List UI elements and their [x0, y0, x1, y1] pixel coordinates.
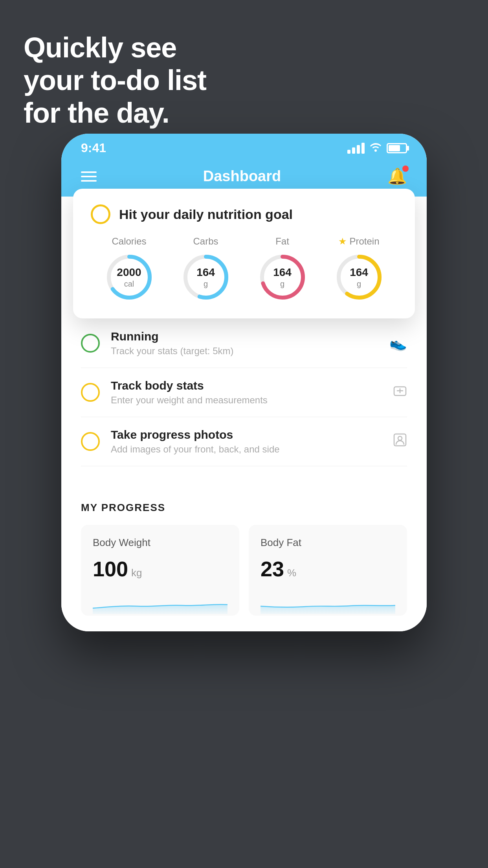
calories-label: Calories [112, 236, 146, 247]
app-title: Dashboard [203, 168, 281, 185]
carbs-value: 164 [196, 266, 215, 279]
fat-ring: 164 g [257, 252, 308, 303]
battery-icon [387, 143, 407, 153]
nutrition-fat: Fat 164 g [257, 236, 308, 303]
todo-list: Running Track your stats (target: 5km) 👟… [61, 319, 427, 466]
status-bar: 9:41 [61, 134, 427, 159]
todo-item-body-stats[interactable]: Track body stats Enter your weight and m… [81, 368, 407, 417]
protein-label: ★ Protein [338, 236, 379, 247]
wifi-icon [369, 142, 382, 154]
progress-section-label: MY PROGRESS [81, 502, 407, 514]
notification-dot [402, 166, 409, 172]
status-icons [347, 142, 407, 154]
todo-subtitle-running: Track your stats (target: 5km) [111, 346, 378, 357]
fat-label: Fat [275, 236, 289, 247]
progress-section: MY PROGRESS Body Weight 100 kg [61, 482, 427, 631]
body-weight-unit: kg [131, 567, 142, 579]
headline-line1: Quickly see [24, 31, 206, 64]
todo-subtitle-photos: Add images of your front, back, and side [111, 444, 382, 455]
headline-line3: for the day. [24, 97, 206, 129]
progress-cards: Body Weight 100 kg [81, 525, 407, 616]
todo-circle-running [81, 334, 100, 353]
protein-value: 164 [350, 266, 368, 279]
nutrition-calories: Calories 2000 cal [104, 236, 155, 303]
calories-ring: 2000 cal [104, 252, 155, 303]
headline: Quickly see your to-do list for the day. [24, 31, 206, 129]
todo-item-running[interactable]: Running Track your stats (target: 5km) 👟 [81, 319, 407, 368]
running-icon: 👟 [389, 335, 407, 351]
content-area: THINGS TO DO TODAY Hit your daily nutrit… [61, 197, 427, 631]
signal-bars-icon [347, 143, 365, 154]
todo-text-photos: Take progress photos Add images of your … [111, 428, 382, 455]
body-weight-value: 100 [93, 557, 128, 581]
svg-point-12 [398, 436, 402, 440]
body-fat-chart [261, 590, 395, 614]
body-weight-title: Body Weight [93, 537, 227, 549]
todo-title-photos: Take progress photos [111, 428, 382, 441]
calories-value: 2000 [117, 266, 141, 279]
body-weight-chart [93, 590, 227, 614]
star-icon: ★ [338, 236, 347, 247]
headline-line2: your to-do list [24, 64, 206, 97]
nutrition-protein: ★ Protein 164 g [334, 236, 385, 303]
notification-bell-button[interactable]: 🔔 [387, 167, 407, 186]
carbs-ring: 164 g [180, 252, 231, 303]
body-fat-value: 23 [261, 557, 284, 581]
todo-text-body-stats: Track body stats Enter your weight and m… [111, 379, 382, 406]
body-weight-card[interactable]: Body Weight 100 kg [81, 525, 239, 616]
phone: 9:41 [61, 134, 427, 631]
nutrition-check-circle [91, 204, 110, 224]
todo-item-photos[interactable]: Take progress photos Add images of your … [81, 417, 407, 466]
phone-wrapper: 9:41 [61, 134, 427, 631]
nutrition-card: Hit your daily nutrition goal Calories 2 [73, 189, 415, 318]
nutrition-carbs: Carbs 164 g [180, 236, 231, 303]
nutrition-circles: Calories 2000 cal [91, 236, 397, 303]
todo-title-body-stats: Track body stats [111, 379, 382, 392]
nutrition-card-title: Hit your daily nutrition goal [119, 207, 293, 222]
carbs-label: Carbs [193, 236, 218, 247]
todo-text-running: Running Track your stats (target: 5km) [111, 330, 378, 357]
protein-ring: 164 g [334, 252, 385, 303]
todo-circle-body-stats [81, 383, 100, 402]
scale-icon [393, 384, 407, 401]
todo-title-running: Running [111, 330, 378, 343]
todo-subtitle-body-stats: Enter your weight and measurements [111, 395, 382, 406]
status-time: 9:41 [81, 141, 106, 155]
body-fat-card[interactable]: Body Fat 23 % [249, 525, 407, 616]
todo-circle-photos [81, 432, 100, 451]
person-icon [393, 433, 407, 451]
fat-value: 164 [273, 266, 292, 279]
body-fat-unit: % [287, 567, 296, 579]
body-fat-title: Body Fat [261, 537, 395, 549]
menu-button[interactable] [81, 171, 97, 182]
